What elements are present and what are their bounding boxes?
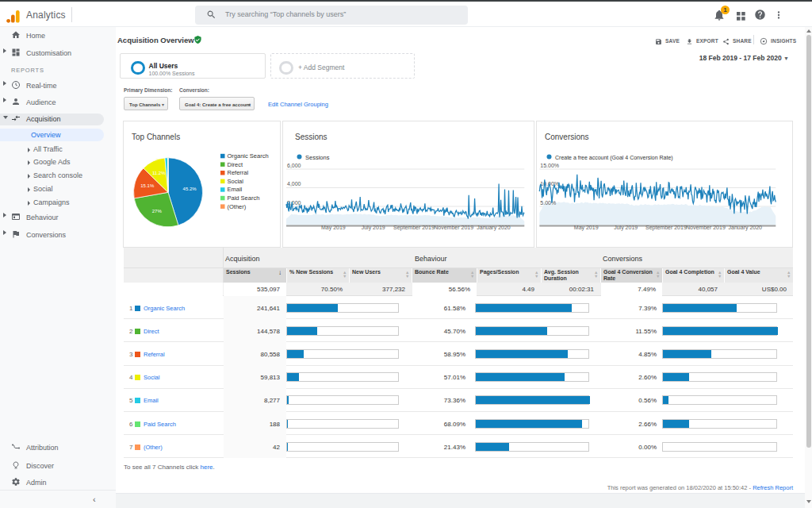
svg-text:July 2019: July 2019 [614, 225, 638, 231]
svg-text:Create a free account (Goal 4: Create a free account (Goal 4 Conversion… [555, 155, 673, 161]
svg-text:15.00%: 15.00% [540, 163, 559, 168]
svg-text:September 2019: September 2019 [645, 225, 687, 231]
svg-text:5.00%: 5.00% [540, 200, 556, 206]
svg-text:May 2019: May 2019 [574, 225, 599, 231]
svg-text:January 2020: January 2020 [729, 225, 763, 231]
svg-text:November 2019: November 2019 [686, 225, 726, 230]
